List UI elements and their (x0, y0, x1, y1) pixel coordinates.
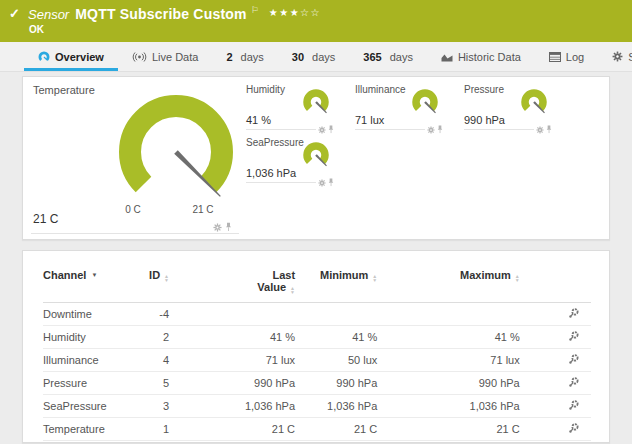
sort-caret-icon: ▼ (91, 272, 97, 278)
tab-historic-data[interactable]: Historic Data (427, 42, 535, 71)
channel-settings-wrench-icon[interactable] (568, 424, 579, 436)
minimum-value: 990 hPa (295, 372, 377, 395)
maximum-value: 21 C (377, 418, 519, 441)
flag-icon[interactable]: ⚐ (251, 5, 259, 15)
tab-label: days (241, 51, 264, 63)
main-gauge-label: Temperature (33, 84, 95, 96)
maximum-value: 41 % (377, 326, 519, 349)
table-row-downtime: Downtime -4 (43, 303, 591, 326)
tab-bar: Overview Live Data 2 days 30 days 365 (0, 42, 632, 72)
channel-id: 1 (131, 418, 169, 441)
tab-label: days (390, 51, 413, 63)
channel-settings-wrench-icon[interactable] (568, 378, 579, 390)
maximum-value: 990 hPa (377, 372, 519, 395)
maximum-value: 1,036 hPa (377, 395, 519, 418)
last-value: 41 % (169, 326, 295, 349)
channel-settings-wrench-icon[interactable] (568, 309, 579, 321)
column-header-maximum[interactable]: Maximum▲▼ (377, 265, 519, 303)
channel-id: 4 (131, 349, 169, 372)
tab-label: Log (566, 51, 584, 63)
priority-stars[interactable]: ★★★☆☆ (269, 7, 321, 18)
pressure-gauge (518, 89, 552, 119)
channel-name: Humidity (43, 326, 131, 349)
tab-30-days[interactable]: 30 days (278, 42, 350, 71)
column-header-last-value[interactable]: Last Value▲▼ (169, 265, 295, 303)
minimum-value: 50 lux (295, 349, 377, 372)
overview-content: Temperature 0 C 21 C 21 C Humidity 41 % (0, 72, 632, 443)
main-gauge-value: 21 C (33, 212, 58, 226)
column-label: Minimum (320, 269, 368, 281)
gear-icon[interactable] (318, 126, 326, 134)
sort-arrows-icon: ▲▼ (290, 286, 295, 294)
tab-overview[interactable]: Overview (24, 42, 118, 71)
column-label: Channel (43, 269, 86, 281)
tab-label: Historic Data (458, 51, 521, 63)
status-check-icon: ✓ (9, 6, 20, 21)
minimum-value: 41 % (295, 326, 377, 349)
channel-name: Downtime (43, 303, 131, 326)
tab-label: days (312, 51, 335, 63)
mini-gauge-illuminance: Illuminance 71 lux (355, 84, 443, 130)
channel-id: 5 (131, 372, 169, 395)
gear-icon[interactable] (536, 126, 544, 134)
tab-label: Live Data (152, 51, 198, 63)
log-table-icon (549, 52, 561, 62)
tab-live-data[interactable]: Live Data (118, 42, 212, 71)
mini-gauge-label: Pressure (464, 84, 504, 95)
channel-settings-wrench-icon[interactable] (568, 332, 579, 344)
sort-arrows-icon: ▲▼ (164, 274, 169, 282)
column-header-actions (520, 265, 591, 303)
channel-id: -4 (131, 303, 169, 326)
sort-arrows-icon: ▲▼ (515, 274, 520, 282)
minimum-value: 21 C (295, 418, 377, 441)
minimum-value (295, 303, 377, 326)
mini-gauge-label: Illuminance (355, 84, 406, 95)
column-label: Last (272, 269, 295, 281)
column-label: ID (149, 269, 160, 281)
mini-gauge-label: SeaPressure (246, 137, 304, 148)
tab-log[interactable]: Log (535, 42, 598, 71)
seapressure-gauge (300, 142, 334, 172)
channel-id: 2 (131, 326, 169, 349)
channel-settings-wrench-icon[interactable] (568, 401, 579, 413)
channels-table: Channel▼ ID▲▼ Last Value▲▼ Minimum▲▼ (43, 265, 591, 441)
table-row-seapressure: SeaPressure 3 1,036 hPa 1,036 hPa 1,036 … (43, 395, 591, 418)
gauge-min-label: 0 C (113, 204, 153, 215)
pin-icon[interactable] (546, 125, 552, 134)
pin-icon[interactable] (437, 125, 443, 134)
tab-365-days[interactable]: 365 days (349, 42, 427, 71)
tab-number: 2 (226, 51, 232, 63)
gear-icon[interactable] (427, 126, 435, 134)
channel-settings-wrench-icon[interactable] (568, 355, 579, 367)
tab-label: Settings (628, 51, 632, 63)
column-label: Maximum (460, 269, 511, 281)
gear-icon (612, 51, 623, 62)
table-header-row: Channel▼ ID▲▼ Last Value▲▼ Minimum▲▼ (43, 265, 591, 303)
humidity-gauge (300, 89, 334, 119)
column-header-minimum[interactable]: Minimum▲▼ (295, 265, 377, 303)
table-row-humidity: Humidity 2 41 % 41 % 41 % (43, 326, 591, 349)
channel-name: Pressure (43, 372, 131, 395)
tab-settings[interactable]: Settings (598, 42, 632, 71)
channel-name: SeaPressure (43, 395, 131, 418)
gear-icon[interactable] (318, 179, 326, 187)
last-value: 71 lux (169, 349, 295, 372)
area-chart-icon (441, 52, 453, 62)
last-value (169, 303, 295, 326)
illuminance-gauge (409, 89, 443, 119)
mini-gauge-value: 1,036 hPa (246, 167, 296, 179)
channel-name: Temperature (43, 418, 131, 441)
pin-icon[interactable] (328, 178, 334, 187)
pin-icon[interactable] (225, 222, 232, 232)
channels-panel: Channel▼ ID▲▼ Last Value▲▼ Minimum▲▼ (22, 250, 610, 443)
column-header-id[interactable]: ID▲▼ (131, 265, 169, 303)
temperature-gauge (96, 91, 256, 203)
tab-2-days[interactable]: 2 days (212, 42, 277, 71)
column-label: Value (257, 281, 286, 293)
table-row-temperature: Temperature 1 21 C 21 C 21 C (43, 418, 591, 441)
column-header-channel[interactable]: Channel▼ (43, 265, 131, 303)
maximum-value: 71 lux (377, 349, 519, 372)
gear-icon[interactable] (213, 223, 222, 232)
table-row-pressure: Pressure 5 990 hPa 990 hPa 990 hPa (43, 372, 591, 395)
pin-icon[interactable] (328, 125, 334, 134)
